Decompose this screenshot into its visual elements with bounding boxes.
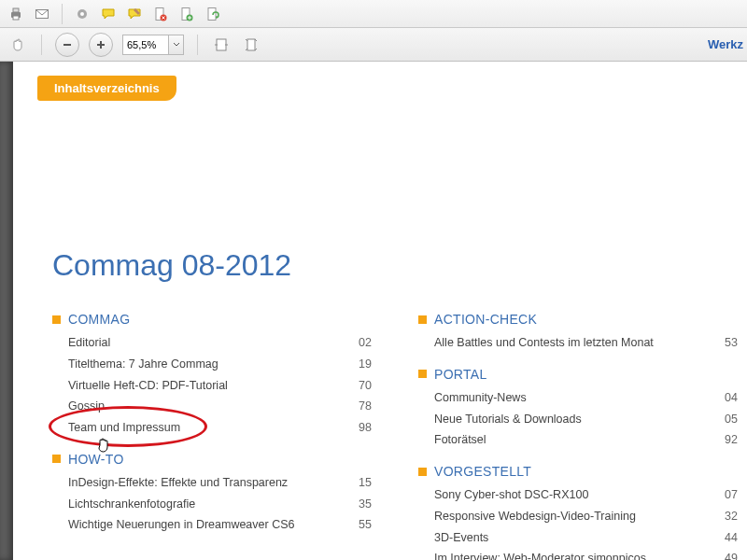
- previous-page-edge: [0, 62, 13, 560]
- bullet-icon: [418, 370, 427, 378]
- toc-entry-title: Neue Tutorials & Downloads: [434, 411, 713, 428]
- toc-entry-page: 78: [347, 398, 372, 415]
- toc-entry-title: Editorial: [68, 334, 347, 352]
- toc-entry-title: Im Interview: Web-Moderator simonpicos: [434, 550, 713, 560]
- toc-entry-page: 44: [713, 529, 738, 547]
- toc-entry-title: Virtuelle Heft-CD: PDF-Tutorial: [68, 377, 347, 395]
- toc-entry[interactable]: Gossip78: [52, 396, 372, 417]
- section-heading: ACTION-CHECK: [418, 312, 738, 327]
- toc-tab: Inhaltsverzeichnis: [37, 76, 176, 101]
- toc-entry[interactable]: Fotorätsel92: [418, 429, 738, 451]
- toc-entry[interactable]: Lichtschrankenfotografie35: [52, 494, 372, 515]
- page-title: Commag 08-2012: [52, 248, 291, 283]
- svg-rect-1: [13, 8, 19, 12]
- zoom-control: [122, 35, 184, 55]
- bullet-icon: [52, 455, 61, 463]
- tools-label[interactable]: Werkz: [708, 37, 743, 51]
- fit-width-icon[interactable]: [211, 35, 232, 55]
- toc-entry-page: 07: [713, 486, 738, 504]
- zoom-in-button[interactable]: [89, 33, 113, 57]
- toc-entry-title: Titelthema: 7 Jahre Commag: [68, 356, 347, 373]
- toc-entry[interactable]: Titelthema: 7 Jahre Commag19: [52, 354, 372, 375]
- svg-rect-14: [217, 39, 226, 50]
- toc-entry-title: Gossip: [68, 398, 347, 415]
- toc-entry[interactable]: Responsive Webdesign-Video-Training32: [418, 506, 738, 527]
- bullet-icon: [418, 315, 427, 324]
- section-heading: COMMAG: [52, 312, 372, 327]
- toc-entry-page: 32: [713, 508, 738, 525]
- svg-rect-15: [247, 39, 255, 50]
- toc-entry[interactable]: 3D-Events44: [418, 527, 738, 549]
- svg-rect-10: [208, 7, 216, 20]
- toc-entry-page: 98: [347, 419, 372, 437]
- section-heading: HOW-TO: [52, 452, 372, 467]
- page-add-icon[interactable]: [176, 4, 197, 24]
- toc-entry-page: 53: [713, 334, 738, 352]
- toc-entry-page: 19: [347, 356, 372, 373]
- toc-entry-title: 3D-Events: [434, 529, 713, 547]
- toc-entry-page: 49: [713, 550, 738, 560]
- toc-entry-page: 04: [713, 389, 738, 407]
- toc-left-column: COMMAGEditorial02Titelthema: 7 Jahre Com…: [52, 312, 372, 560]
- toc-entry-title: Lichtschrankenfotografie: [68, 496, 347, 513]
- toc-entry-title: InDesign-Effekte: Effekte und Transparen…: [68, 474, 347, 492]
- toc-entry[interactable]: Community-News04: [418, 387, 738, 409]
- toc-entry-title: Wichtige Neuerungen in Dreamweaver CS6: [68, 516, 347, 534]
- zoom-input[interactable]: [122, 35, 169, 55]
- svg-rect-2: [13, 16, 19, 20]
- document-page: Inhaltsverzeichnis Commag 08-2012 COMMAG…: [13, 62, 747, 560]
- section-heading: VORGESTELLT: [418, 464, 738, 479]
- toc-entry[interactable]: Virtuelle Heft-CD: PDF-Tutorial70: [52, 375, 372, 397]
- toc-entry-page: 92: [713, 431, 738, 449]
- toc-right-column: ACTION-CHECKAlle Battles und Contests im…: [418, 312, 738, 560]
- gear-icon[interactable]: [72, 4, 92, 24]
- toc-entry[interactable]: Neue Tutorials & Downloads05: [418, 409, 738, 430]
- toc-entry-title: Alle Battles und Contests im letzten Mon…: [434, 334, 713, 352]
- section-title: HOW-TO: [68, 452, 124, 467]
- page-refresh-icon[interactable]: [203, 4, 223, 24]
- toc-entry-page: 35: [347, 496, 372, 513]
- view-toolbar: Werkz: [0, 28, 747, 62]
- toc-entry[interactable]: Editorial02: [52, 332, 372, 354]
- toc-entry[interactable]: Wichtige Neuerungen in Dreamweaver CS655: [52, 514, 372, 536]
- comment-icon[interactable]: [98, 4, 119, 24]
- note-edit-icon[interactable]: [124, 4, 145, 24]
- toc-entry[interactable]: Sony Cyber-shot DSC-RX10007: [418, 484, 738, 506]
- svg-point-5: [80, 12, 84, 16]
- section-title: VORGESTELLT: [434, 464, 531, 479]
- bullet-icon: [418, 468, 427, 476]
- page-delete-icon[interactable]: [150, 4, 171, 24]
- fit-page-icon[interactable]: [241, 35, 261, 55]
- toc-entry-page: 15: [347, 474, 372, 492]
- mail-icon[interactable]: [32, 4, 52, 24]
- toc-entry[interactable]: Im Interview: Web-Moderator simonpicos49: [418, 548, 738, 560]
- toc-columns: COMMAGEditorial02Titelthema: 7 Jahre Com…: [52, 312, 738, 560]
- bullet-icon: [52, 315, 61, 324]
- section-title: ACTION-CHECK: [434, 312, 537, 327]
- print-icon[interactable]: [6, 4, 26, 24]
- toc-entry-title: Fotorätsel: [434, 431, 713, 449]
- hand-tool-icon[interactable]: [7, 35, 28, 55]
- toc-entry-title: Team und Impressum: [68, 419, 347, 437]
- zoom-out-button[interactable]: [55, 33, 79, 57]
- section-title: PORTAL: [434, 367, 487, 382]
- toc-entry[interactable]: Team und Impressum98: [52, 417, 372, 439]
- section-heading: PORTAL: [418, 367, 738, 382]
- separator: [62, 4, 63, 24]
- zoom-dropdown[interactable]: [169, 35, 184, 55]
- toc-entry[interactable]: Alle Battles und Contests im letzten Mon…: [418, 332, 738, 354]
- toc-entry-page: 05: [713, 411, 738, 428]
- toc-entry-page: 02: [347, 334, 372, 352]
- section-title: COMMAG: [68, 312, 130, 327]
- toc-entry-title: Sony Cyber-shot DSC-RX100: [434, 486, 713, 504]
- separator: [197, 35, 198, 55]
- main-toolbar: [0, 0, 747, 28]
- toc-entry-title: Responsive Webdesign-Video-Training: [434, 508, 713, 525]
- toc-entry-title: Community-News: [434, 389, 713, 407]
- toc-entry[interactable]: InDesign-Effekte: Effekte und Transparen…: [52, 472, 372, 494]
- separator: [41, 35, 42, 55]
- toc-entry-page: 55: [347, 516, 372, 534]
- toc-entry-page: 70: [347, 377, 372, 395]
